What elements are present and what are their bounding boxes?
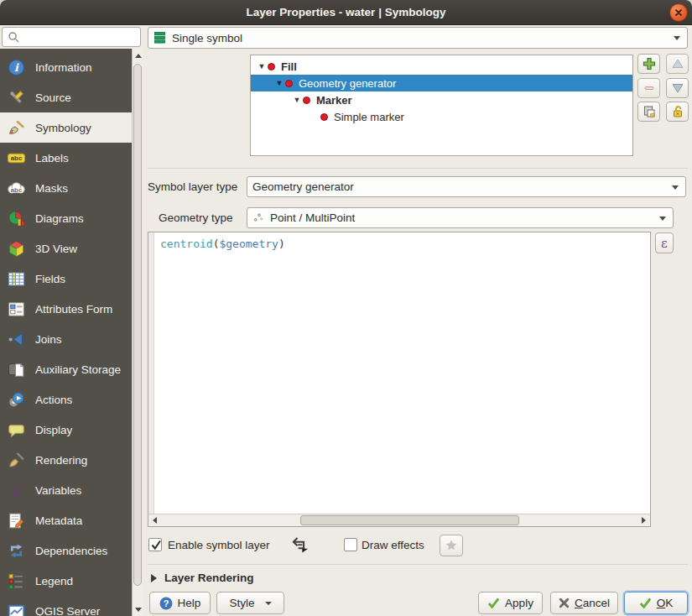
scroll-left-button[interactable]	[148, 514, 161, 526]
sidebar-item-3d-view[interactable]: 3D View	[0, 233, 132, 264]
sidebar-item-dependencies[interactable]: Dependencies	[0, 535, 132, 566]
sidebar-item-rendering[interactable]: Rendering	[0, 445, 132, 475]
duplicate-symbol-layer-button[interactable]	[637, 102, 660, 122]
star-icon	[445, 539, 458, 552]
draw-effects-checkbox[interactable]	[344, 538, 357, 551]
symbol-tree-item-marker[interactable]: ▼Marker	[251, 91, 632, 108]
expression-text[interactable]: centroid($geometry)	[160, 238, 285, 250]
sidebar-item-diagrams[interactable]: Diagrams	[0, 203, 132, 233]
remove-symbol-layer-button[interactable]	[637, 78, 660, 98]
symbol-color-dot	[303, 97, 310, 104]
triangle-left-icon	[153, 517, 157, 524]
sidebar-item-labels[interactable]: abcLabels	[0, 143, 132, 173]
sidebar-item-variables[interactable]: εVariables	[0, 475, 132, 505]
epsilon-icon: ε	[661, 236, 668, 251]
sidebar-item-masks[interactable]: abcMasks	[0, 173, 132, 203]
hscrollbar-thumb[interactable]	[300, 515, 519, 525]
expand-arrow-icon[interactable]: ▼	[291, 91, 303, 108]
sidebar-item-actions[interactable]: Actions	[0, 384, 132, 415]
titlebar[interactable]: Layer Properties - water | Symbology	[0, 0, 692, 25]
arrow-down-icon	[671, 81, 684, 95]
fields-icon	[7, 269, 25, 288]
apply-button[interactable]: Apply	[478, 592, 543, 614]
sidebar-item-legend[interactable]: Legend	[0, 566, 132, 596]
move-up-button[interactable]	[666, 54, 689, 74]
search-input[interactable]	[2, 27, 141, 47]
sidebar-item-attributes-form[interactable]: Attributes Form	[0, 294, 132, 324]
sidebar-item-joins[interactable]: Joins	[0, 324, 132, 354]
sidebar-item-label: Fields	[35, 273, 65, 285]
chevron-down-icon	[265, 602, 272, 605]
sidebar-item-information[interactable]: iInformation	[0, 52, 132, 82]
scroll-down-button[interactable]	[133, 603, 143, 616]
ok-button[interactable]: OK	[624, 592, 688, 614]
close-icon	[674, 8, 683, 17]
expand-arrow-icon[interactable]: ▼	[273, 75, 285, 91]
svg-text:ε: ε	[12, 482, 19, 499]
chevron-down-icon	[659, 217, 666, 221]
sidebar-item-auxiliary-storage[interactable]: Auxiliary Storage	[0, 354, 132, 384]
expression-editor[interactable]: centroid($geometry)	[148, 232, 651, 527]
minus-icon	[643, 81, 656, 95]
sidebar-item-label: Variables	[35, 484, 81, 497]
sidebar-item-label: Information	[35, 61, 92, 74]
symbol-tree-item-geometry-generator[interactable]: ▼Geometry generator	[251, 75, 632, 91]
close-button[interactable]	[669, 3, 688, 22]
scroll-right-button[interactable]	[637, 514, 650, 526]
sidebar-item-source[interactable]: Source	[0, 82, 132, 112]
help-button[interactable]: ? Help	[149, 592, 211, 614]
scrollbar-thumb[interactable]	[133, 64, 142, 586]
legend-icon	[7, 572, 25, 590]
scroll-up-button[interactable]	[133, 49, 143, 62]
help-icon: ?	[159, 597, 173, 610]
renderer-combo[interactable]: Single symbol	[148, 27, 688, 49]
sidebar-item-label: Display	[35, 424, 72, 436]
expander-right-icon	[151, 574, 157, 582]
effects-options-button[interactable]	[440, 535, 463, 556]
sidebar-item-label: Symbology	[35, 122, 91, 134]
checkmark-icon	[487, 597, 500, 609]
data-defined-override-button[interactable]	[289, 535, 313, 555]
sidebar-item-label: Legend	[35, 575, 73, 587]
duplicate-icon	[643, 105, 656, 118]
move-down-button[interactable]	[666, 78, 689, 98]
sidebar-item-display[interactable]: Display	[0, 415, 132, 445]
sidebar-item-qgis-server[interactable]: QGIS Server	[0, 596, 132, 616]
enable-symbol-layer-checkbox[interactable]	[148, 538, 162, 551]
rendering-icon	[7, 451, 25, 469]
style-button[interactable]: Style	[216, 592, 284, 614]
triangle-down-icon	[135, 608, 142, 612]
arrow-up-icon	[671, 57, 684, 70]
sidebar-item-symbology[interactable]: Symbology	[0, 112, 132, 143]
expression-builder-button[interactable]: ε	[655, 232, 674, 253]
layer-rendering-expander[interactable]: Layer Rendering	[151, 572, 254, 584]
sidebar-item-label: QGIS Server	[35, 605, 100, 616]
add-symbol-layer-button[interactable]	[637, 54, 660, 74]
cancel-button[interactable]: Cancel	[550, 592, 618, 614]
expression-variable: $geometry	[219, 238, 278, 250]
symbol-color-dot	[320, 113, 328, 121]
symbol-tree-item-simple-marker[interactable]: Simple marker	[251, 108, 632, 125]
geometry-type-combo[interactable]: Point / MultiPoint	[247, 207, 674, 228]
sidebar-scrollbar[interactable]	[132, 49, 143, 616]
variables-icon: ε	[7, 481, 25, 499]
checkmark-icon	[150, 539, 162, 551]
lock-colors-button[interactable]	[666, 102, 689, 122]
symbol-layer-type-combo[interactable]: Geometry generator	[247, 176, 686, 197]
expression-hscrollbar[interactable]	[148, 514, 650, 526]
draw-effects-label: Draw effects	[362, 536, 424, 553]
expression-function: centroid	[160, 238, 213, 250]
enable-symbol-layer-label: Enable symbol layer	[168, 536, 270, 553]
style-button-label: Style	[229, 597, 254, 609]
checkmark-icon	[639, 597, 652, 609]
symbol-tree-item-fill[interactable]: ▼Fill	[251, 58, 632, 75]
sidebar-item-fields[interactable]: Fields	[0, 264, 132, 294]
apply-button-label: Apply	[505, 597, 533, 609]
sidebar-item-metadata[interactable]: Metadata	[0, 505, 132, 535]
geometry-type-label: Geometry type	[159, 207, 233, 228]
dependencies-icon	[7, 541, 25, 560]
sidebar-item-label: Masks	[35, 182, 68, 195]
expand-arrow-icon[interactable]: ▼	[256, 58, 268, 75]
sidebar-item-label: Joins	[35, 333, 62, 346]
chevron-down-icon	[674, 36, 680, 40]
